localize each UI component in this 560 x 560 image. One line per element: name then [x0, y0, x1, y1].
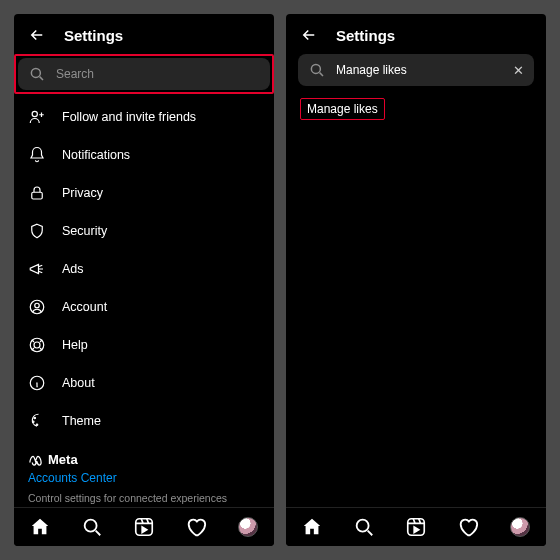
accounts-center-link[interactable]: Accounts Center — [28, 471, 260, 485]
svg-point-4 — [35, 303, 40, 308]
svg-point-11 — [85, 520, 97, 532]
clear-icon[interactable]: ✕ — [513, 63, 524, 78]
bottom-nav — [14, 507, 274, 546]
meta-brand: Meta — [28, 452, 260, 467]
help-icon — [28, 336, 46, 354]
reels-icon[interactable] — [133, 516, 155, 538]
search-input[interactable] — [56, 67, 260, 81]
menu-item-follow[interactable]: Follow and invite friends — [28, 98, 260, 136]
menu-label: Privacy — [62, 186, 103, 200]
menu-label: Ads — [62, 262, 84, 276]
search-input[interactable] — [336, 63, 503, 77]
svg-point-10 — [36, 424, 38, 426]
settings-list: Follow and invite friends Notifications … — [14, 94, 274, 507]
meta-brand-text: Meta — [48, 452, 78, 467]
menu-label: Notifications — [62, 148, 130, 162]
header: Settings — [14, 14, 274, 54]
user-plus-icon — [28, 108, 46, 126]
search-nav-icon[interactable] — [353, 516, 375, 538]
page-title: Settings — [336, 27, 395, 44]
profile-avatar[interactable] — [237, 516, 259, 538]
search-icon — [28, 65, 46, 83]
bell-icon — [28, 146, 46, 164]
back-arrow-icon[interactable] — [300, 26, 318, 44]
account-icon — [28, 298, 46, 316]
menu-label: Help — [62, 338, 88, 352]
menu-item-account[interactable]: Account — [28, 288, 260, 326]
meta-description: Control settings for connected experienc… — [28, 491, 260, 507]
results-area: Manage likes — [286, 90, 546, 507]
svg-rect-2 — [32, 192, 43, 199]
search-bar[interactable]: ✕ — [298, 54, 534, 86]
search-icon — [308, 61, 326, 79]
search-result-manage-likes[interactable]: Manage likes — [300, 98, 385, 120]
menu-label: Security — [62, 224, 107, 238]
heart-icon[interactable] — [457, 516, 479, 538]
menu-label: Account — [62, 300, 107, 314]
menu-item-ads[interactable]: Ads — [28, 250, 260, 288]
info-icon — [28, 374, 46, 392]
megaphone-icon — [28, 260, 46, 278]
lock-icon — [28, 184, 46, 202]
svg-point-1 — [32, 111, 37, 116]
svg-point-8 — [34, 417, 36, 419]
svg-point-9 — [33, 421, 35, 423]
svg-point-13 — [311, 64, 320, 73]
menu-item-theme[interactable]: Theme — [28, 402, 260, 440]
phone-right: Settings ✕ Manage likes — [286, 14, 546, 546]
menu-label: About — [62, 376, 95, 390]
heart-icon[interactable] — [185, 516, 207, 538]
header: Settings — [286, 14, 546, 54]
shield-icon — [28, 222, 46, 240]
menu-label: Follow and invite friends — [62, 110, 196, 124]
search-wrap: ✕ — [286, 54, 546, 90]
menu-item-notifications[interactable]: Notifications — [28, 136, 260, 174]
back-arrow-icon[interactable] — [28, 26, 46, 44]
reels-icon[interactable] — [405, 516, 427, 538]
search-nav-icon[interactable] — [81, 516, 103, 538]
bottom-nav — [286, 507, 546, 546]
theme-icon — [28, 412, 46, 430]
svg-rect-12 — [136, 519, 153, 536]
svg-rect-15 — [408, 519, 425, 536]
menu-item-about[interactable]: About — [28, 364, 260, 402]
svg-point-6 — [34, 342, 40, 348]
home-icon[interactable] — [29, 516, 51, 538]
search-highlight — [14, 54, 274, 94]
svg-point-14 — [357, 520, 369, 532]
phone-left: Settings Follow and invite friends Notif… — [14, 14, 274, 546]
menu-item-help[interactable]: Help — [28, 326, 260, 364]
meta-logo-icon — [28, 452, 43, 467]
menu-item-security[interactable]: Security — [28, 212, 260, 250]
profile-avatar[interactable] — [509, 516, 531, 538]
menu-label: Theme — [62, 414, 101, 428]
page-title: Settings — [64, 27, 123, 44]
home-icon[interactable] — [301, 516, 323, 538]
menu-item-privacy[interactable]: Privacy — [28, 174, 260, 212]
svg-point-0 — [31, 68, 40, 77]
search-bar[interactable] — [18, 58, 270, 90]
meta-section: Meta Accounts Center Control settings fo… — [28, 440, 260, 507]
